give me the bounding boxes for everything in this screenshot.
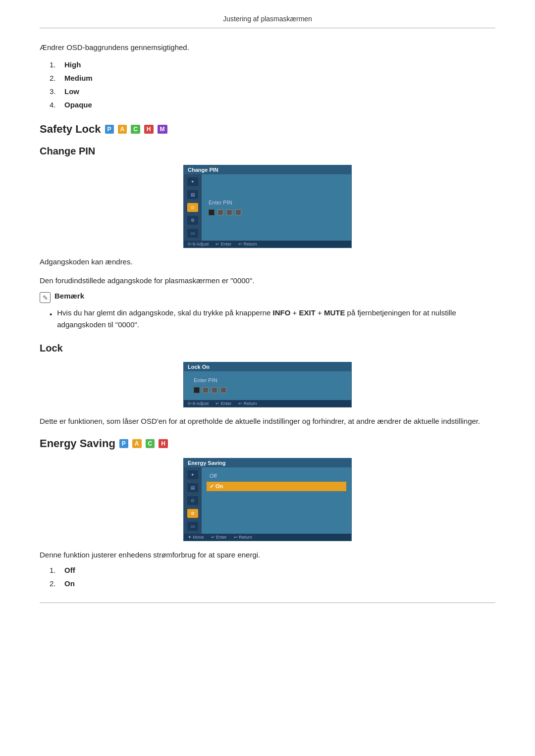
energy-icon-3: ⊙ bbox=[187, 496, 198, 505]
energy-list-num-1: 1. bbox=[50, 566, 64, 574]
list-item: 3. Low bbox=[40, 87, 495, 96]
list-item: 2. Medium bbox=[40, 74, 495, 82]
list-num: 3. bbox=[50, 87, 64, 96]
energy-icon-1: ✦ bbox=[187, 470, 198, 479]
energy-osd-sidebar: ✦ ▤ ⊙ ⚙ ▭ bbox=[184, 467, 202, 534]
pin-dots bbox=[209, 209, 344, 215]
energy-icon-2: ▤ bbox=[187, 483, 198, 492]
lock-footer-adjust: 0~9 Adjust bbox=[188, 401, 209, 406]
badge-h: H bbox=[144, 125, 154, 134]
list-label: Low bbox=[64, 87, 79, 96]
lock-heading: Lock bbox=[40, 343, 495, 354]
energy-saving-title: Energy Saving bbox=[40, 437, 115, 450]
note-box: ✎ Bemærk bbox=[40, 292, 495, 303]
energy-footer-move: ✦ Move bbox=[188, 535, 204, 540]
lock-pin-dot-3 bbox=[212, 387, 217, 393]
energy-badge-c: C bbox=[146, 439, 155, 448]
pin-dot-1 bbox=[209, 209, 214, 215]
change-pin-heading: Change PIN bbox=[40, 146, 495, 157]
energy-badge-h: H bbox=[159, 439, 168, 448]
lock-osd-wrapper: Lock On Enter PIN 0~9 Adjust ↵ Enter ↩ R… bbox=[40, 362, 495, 407]
badge-m: M bbox=[158, 125, 167, 134]
energy-list-item-1: 1. Off bbox=[40, 566, 495, 574]
change-pin-osd-wrapper: Change PIN ✦ ▤ ⊙ ⚙ ▭ Enter PIN bbox=[40, 165, 495, 248]
bottom-rule bbox=[40, 603, 495, 603]
list-label: Medium bbox=[64, 74, 93, 82]
osd-body: ✦ ▤ ⊙ ⚙ ▭ Enter PIN bbox=[184, 174, 351, 241]
energy-osd-wrapper: Energy Saving ✦ ▤ ⊙ ⚙ ▭ Off ✓ On ✦ Move … bbox=[40, 458, 495, 541]
energy-osd-body: ✦ ▤ ⊙ ⚙ ▭ Off ✓ On bbox=[184, 467, 351, 534]
energy-list-num-2: 2. bbox=[50, 579, 64, 588]
safety-lock-title: Safety Lock bbox=[40, 123, 101, 136]
osd-content: Enter PIN bbox=[202, 174, 351, 241]
energy-list-label-2: On bbox=[64, 579, 75, 588]
energy-list-item-2: 2. On bbox=[40, 579, 495, 588]
pin-dot-2 bbox=[217, 209, 223, 215]
intro-text: Ændrer OSD-baggrundens gennemsigtighed. bbox=[40, 43, 495, 51]
list-label: Opaque bbox=[64, 101, 92, 109]
list-num: 1. bbox=[50, 60, 64, 69]
list-item: 1. High bbox=[40, 60, 495, 69]
change-pin-osd-title: Change PIN bbox=[184, 165, 351, 174]
safety-lock-heading: Safety Lock P A C H M bbox=[40, 123, 495, 136]
transparency-list: 1. High 2. Medium 3. Low 4. Opaque bbox=[40, 60, 495, 109]
change-pin-osd: Change PIN ✦ ▤ ⊙ ⚙ ▭ Enter PIN bbox=[183, 165, 352, 248]
osd-footer-text: 0~9 Adjust bbox=[188, 242, 209, 247]
lock-osd-footer: 0~9 Adjust ↵ Enter ↩ Return bbox=[184, 400, 351, 407]
osd-footer-enter: ↵ Enter bbox=[215, 242, 231, 247]
osd-icon-2: ▤ bbox=[187, 190, 198, 199]
bullet-text: Hvis du har glemt din adgangskode, skal … bbox=[57, 307, 495, 331]
osd-footer-return: ↩ Return bbox=[238, 242, 257, 247]
energy-saving-heading: Energy Saving P A C H bbox=[40, 437, 495, 450]
list-num: 2. bbox=[50, 74, 64, 82]
osd-sidebar: ✦ ▤ ⊙ ⚙ ▭ bbox=[184, 174, 202, 241]
energy-osd: Energy Saving ✦ ▤ ⊙ ⚙ ▭ Off ✓ On ✦ Move … bbox=[183, 458, 352, 541]
lock-enter-pin-label: Enter PIN bbox=[194, 377, 217, 383]
energy-option-off: Off bbox=[207, 471, 346, 480]
energy-icon-5: ▭ bbox=[187, 522, 198, 531]
list-label: High bbox=[64, 60, 81, 69]
lock-osd-title: Lock On bbox=[184, 362, 351, 371]
list-item: 4. Opaque bbox=[40, 101, 495, 109]
energy-footer-enter: ↵ Enter bbox=[211, 535, 227, 540]
energy-osd-content: Off ✓ On bbox=[202, 467, 351, 534]
energy-text: Denne funktion justerer enhedens strømfo… bbox=[40, 549, 495, 561]
energy-badge-p: P bbox=[119, 439, 128, 448]
lock-osd-body: Enter PIN bbox=[184, 371, 351, 400]
lock-osd: Lock On Enter PIN 0~9 Adjust ↵ Enter ↩ R… bbox=[183, 362, 352, 407]
osd-footer: 0~9 Adjust ↵ Enter ↩ Return bbox=[184, 241, 351, 248]
bullet-item: • Hvis du har glemt din adgangskode, ska… bbox=[50, 307, 495, 331]
change-pin-text1: Adgangskoden kan ændres. bbox=[40, 256, 495, 268]
energy-option-on: ✓ On bbox=[207, 482, 346, 491]
bullet-dot: • bbox=[50, 308, 52, 320]
note-label: Bemærk bbox=[54, 292, 84, 300]
lock-pin-dot-2 bbox=[203, 387, 209, 393]
badge-p: P bbox=[105, 125, 114, 134]
change-pin-text2: Den forudindstillede adgangskode for pla… bbox=[40, 275, 495, 287]
badge-a: A bbox=[118, 125, 127, 134]
lock-pin-dots bbox=[194, 387, 226, 393]
pin-dot-3 bbox=[226, 209, 232, 215]
page-title: Justering af plasmaskærmen bbox=[40, 15, 495, 28]
energy-list: 1. Off 2. On bbox=[40, 566, 495, 588]
energy-osd-footer: ✦ Move ↵ Enter ↩ Return bbox=[184, 534, 351, 541]
lock-footer-enter: ↵ Enter bbox=[215, 401, 231, 406]
note-icon: ✎ bbox=[40, 292, 51, 303]
lock-footer-return: ↩ Return bbox=[238, 401, 257, 406]
energy-list-label-1: Off bbox=[64, 566, 75, 574]
osd-icon-3: ⊙ bbox=[187, 203, 198, 212]
lock-pin-dot-1 bbox=[194, 387, 200, 393]
osd-icon-1: ✦ bbox=[187, 177, 198, 186]
osd-enter-pin-label: Enter PIN bbox=[209, 200, 344, 205]
osd-icon-5: ▭ bbox=[187, 229, 198, 238]
lock-pin-dot-4 bbox=[220, 387, 226, 393]
energy-icon-4: ⚙ bbox=[187, 509, 198, 518]
energy-badge-a: A bbox=[132, 439, 142, 448]
badge-c: C bbox=[131, 125, 140, 134]
energy-osd-title: Energy Saving bbox=[184, 458, 351, 467]
pin-dot-4 bbox=[235, 209, 241, 215]
list-num: 4. bbox=[50, 101, 64, 109]
osd-icon-4: ⚙ bbox=[187, 216, 198, 225]
page-container: Justering af plasmaskærmen Ændrer OSD-ba… bbox=[0, 0, 535, 623]
lock-text: Dette er funktionen, som låser OSD'en fo… bbox=[40, 415, 495, 427]
